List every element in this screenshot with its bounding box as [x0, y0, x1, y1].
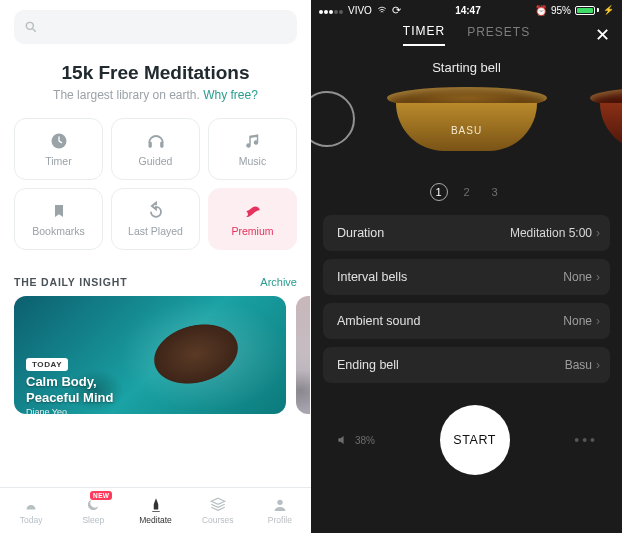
hero-subtitle-text: The largest library on earth.	[53, 88, 203, 102]
new-badge: NEW	[90, 491, 112, 500]
bottom-tabbar: Today NEW Sleep Meditate Courses Profile	[0, 487, 311, 533]
tile-bookmarks[interactable]: Bookmarks	[14, 188, 103, 250]
tab-courses[interactable]: Courses	[187, 488, 249, 533]
search-input[interactable]	[14, 10, 297, 44]
bell-prev[interactable]	[311, 87, 351, 155]
pager-1[interactable]: 1	[430, 183, 448, 201]
daily-insight-cards: TODAY Calm Body, Peaceful Mind Diane Yeo	[0, 296, 311, 414]
tile-timer[interactable]: Timer	[14, 118, 103, 180]
why-free-link[interactable]: Why free?	[203, 88, 258, 102]
row-value: Meditation 5:00›	[510, 226, 600, 240]
chevron-right-icon: ›	[596, 270, 600, 284]
bell-wood[interactable]: WOOD	[590, 87, 622, 155]
row-label: Interval bells	[337, 270, 407, 284]
svg-point-0	[26, 22, 33, 29]
tile-music[interactable]: Music	[208, 118, 297, 180]
meditate-home-screen: 15k Free Meditations The largest library…	[0, 0, 311, 533]
wifi-icon	[376, 5, 388, 15]
insight-card[interactable]: TODAY Calm Body, Peaceful Mind Diane Yeo	[14, 296, 286, 414]
status-bar: VIVO ⟳ 14:47 ⏰ 95% ⚡	[311, 0, 622, 18]
tile-label: Bookmarks	[32, 225, 85, 237]
svg-point-5	[277, 500, 282, 505]
row-ending-bell[interactable]: Ending bell Basu›	[323, 347, 610, 383]
tab-presets-top[interactable]: PRESETS	[467, 25, 530, 45]
row-label: Duration	[337, 226, 384, 240]
card-image	[128, 300, 265, 408]
signal-icon	[319, 5, 344, 16]
bookmark-icon	[49, 201, 69, 221]
start-button[interactable]: START	[440, 405, 510, 475]
bell-pager: 1 2 3	[311, 183, 622, 201]
more-icon[interactable]: •••	[574, 432, 598, 448]
hands-icon	[147, 496, 165, 514]
status-left: VIVO ⟳	[319, 4, 401, 17]
battery-pct: 95%	[551, 5, 571, 16]
chevron-right-icon: ›	[596, 314, 600, 328]
tab-label: Meditate	[139, 515, 172, 525]
tile-label: Guided	[139, 155, 173, 167]
card-title-line2: Peaceful Mind	[26, 390, 113, 405]
loading-icon: ⟳	[392, 4, 401, 17]
tab-meditate[interactable]: Meditate	[124, 488, 186, 533]
tile-last-played[interactable]: Last Played	[111, 188, 200, 250]
status-right: ⏰ 95% ⚡	[535, 5, 614, 16]
row-value: Basu›	[565, 358, 600, 372]
row-ambient-sound[interactable]: Ambient sound None›	[323, 303, 610, 339]
tab-profile[interactable]: Profile	[249, 488, 311, 533]
tab-label: Courses	[202, 515, 234, 525]
clock-icon	[49, 131, 69, 151]
card-author: Diane Yeo	[26, 407, 67, 414]
sun-icon	[22, 496, 40, 514]
insight-card-next[interactable]	[296, 296, 310, 414]
row-label: Ambient sound	[337, 314, 420, 328]
stack-icon	[209, 496, 227, 514]
volume-pct: 38%	[355, 435, 375, 446]
card-title-line1: Calm Body,	[26, 374, 97, 389]
archive-link[interactable]: Archive	[260, 276, 297, 288]
charging-icon: ⚡	[603, 5, 614, 15]
timer-screen: VIVO ⟳ 14:47 ⏰ 95% ⚡ TIMER PRESETS ✕ Sta…	[311, 0, 622, 533]
battery-icon	[575, 6, 599, 15]
music-note-icon	[243, 131, 263, 151]
pager-2[interactable]: 2	[458, 183, 476, 201]
tile-premium[interactable]: Premium	[208, 188, 297, 250]
tile-label: Premium	[231, 225, 273, 237]
svg-rect-4	[160, 142, 163, 148]
hero-subtitle: The largest library on earth. Why free?	[14, 88, 297, 102]
tile-guided[interactable]: Guided	[111, 118, 200, 180]
settings-rows: Duration Meditation 5:00› Interval bells…	[323, 215, 610, 383]
bell-name: BASU	[387, 125, 547, 136]
volume-control[interactable]: 38%	[335, 433, 375, 447]
search-wrap	[0, 0, 311, 52]
replay-icon	[146, 201, 166, 221]
bell-name: WOOD	[590, 125, 622, 136]
speaker-icon	[335, 433, 351, 447]
tab-sleep[interactable]: NEW Sleep	[62, 488, 124, 533]
category-tiles: Timer Guided Music Bookmarks Last Played…	[0, 106, 311, 254]
svg-line-1	[33, 29, 36, 32]
chevron-right-icon: ›	[596, 358, 600, 372]
pager-3[interactable]: 3	[486, 183, 504, 201]
row-interval-bells[interactable]: Interval bells None›	[323, 259, 610, 295]
bottom-controls: 38% START •••	[311, 383, 622, 475]
row-value: None›	[563, 314, 600, 328]
person-icon	[272, 496, 288, 514]
tab-label: Profile	[268, 515, 292, 525]
search-icon	[24, 20, 38, 34]
starting-bell-heading: Starting bell	[311, 60, 622, 75]
bell-carousel[interactable]: BASU WOOD	[311, 81, 622, 181]
card-title: Calm Body, Peaceful Mind	[26, 374, 113, 405]
tile-label: Timer	[45, 155, 71, 167]
section-title: THE DAILY INSIGHT	[14, 276, 127, 288]
bird-icon	[243, 201, 263, 221]
tab-timer-top[interactable]: TIMER	[403, 24, 445, 46]
tab-today[interactable]: Today	[0, 488, 62, 533]
hero-title: 15k Free Meditations	[14, 62, 297, 84]
tab-label: Sleep	[82, 515, 104, 525]
top-tabs: TIMER PRESETS ✕	[311, 18, 622, 52]
tile-label: Music	[239, 155, 266, 167]
close-icon[interactable]: ✕	[595, 24, 610, 46]
chevron-right-icon: ›	[596, 226, 600, 240]
bell-basu[interactable]: BASU	[387, 87, 547, 155]
row-duration[interactable]: Duration Meditation 5:00›	[323, 215, 610, 251]
